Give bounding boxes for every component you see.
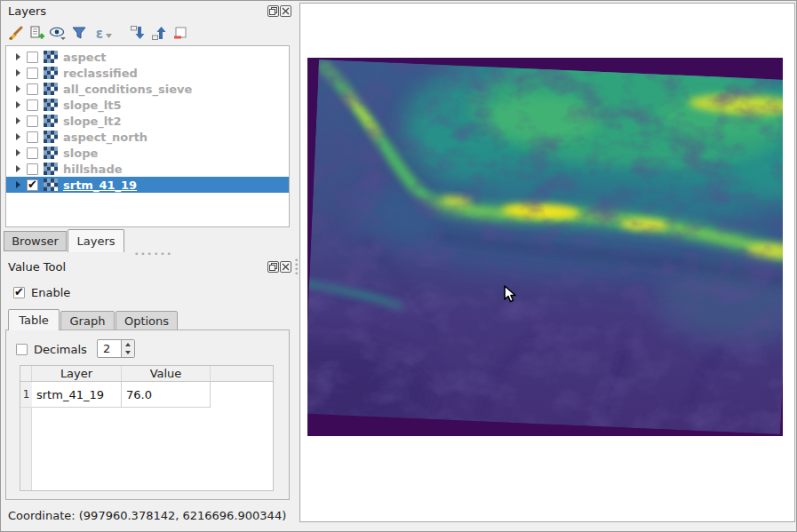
value-tool-close-button[interactable] (280, 261, 291, 273)
enable-label: Enable (31, 286, 70, 299)
layer-visibility-checkbox[interactable] (27, 147, 38, 159)
layer-visibility-checkbox[interactable] (27, 52, 38, 63)
layer-row[interactable]: aspect_north (6, 129, 289, 145)
tab-options[interactable]: Options (116, 311, 178, 330)
collapse-all-button[interactable] (148, 24, 170, 44)
expand-all-icon (130, 25, 146, 44)
layer-row[interactable]: slope_lt2 (6, 113, 289, 129)
expander-icon[interactable] (12, 117, 24, 124)
layer-name-label: srtm_41_19 (63, 179, 137, 192)
decimals-spinbox[interactable]: 2 (97, 339, 135, 358)
dem-data-quad (307, 60, 783, 434)
layer-visibility-checkbox[interactable] (27, 115, 38, 127)
decimals-checkbox[interactable] (16, 344, 28, 355)
tab-graph-label: Graph (70, 314, 106, 328)
remove-layer-icon (172, 25, 188, 44)
layer-visibility-checkbox[interactable] (27, 83, 38, 95)
chevron-down-icon (106, 28, 112, 41)
mouse-cursor-icon (503, 285, 519, 307)
tab-browser[interactable]: Browser (4, 231, 67, 251)
expander-icon[interactable] (12, 149, 24, 156)
layer-name-label: hillshade (63, 163, 123, 176)
value-tool-side-handle[interactable]: •••• (294, 258, 298, 276)
layer-visibility-checkbox[interactable] (27, 179, 38, 191)
arrow-down-icon (125, 351, 131, 354)
layer-visibility-checkbox[interactable] (27, 67, 38, 79)
float-icon (269, 7, 277, 15)
spin-down-button[interactable] (122, 349, 134, 358)
tab-layers-label: Layers (76, 234, 115, 248)
value-tool-float-button[interactable] (267, 261, 279, 273)
expander-icon[interactable] (12, 101, 24, 108)
decimals-checkbox-row[interactable]: Decimals (16, 343, 87, 356)
cell-layer[interactable]: srtm_41_19 (32, 382, 122, 408)
expander-icon[interactable] (12, 181, 24, 188)
expander-icon[interactable] (12, 53, 24, 60)
map-canvas[interactable] (299, 3, 795, 522)
filter-legend-button[interactable] (68, 24, 90, 44)
tab-browser-label: Browser (12, 234, 59, 248)
raster-layer-icon (44, 163, 58, 175)
tab-table[interactable]: Table (8, 309, 60, 330)
decimals-value: 2 (98, 340, 121, 357)
layer-row[interactable]: srtm_41_19 (6, 177, 289, 193)
layer-row[interactable]: reclassified (6, 65, 289, 81)
layer-row[interactable]: all_conditions_sieve (6, 81, 289, 97)
layer-row[interactable]: hillshade (6, 161, 289, 177)
value-tool-title: Value Tool (8, 260, 66, 274)
open-layer-styling-button[interactable] (4, 24, 26, 44)
coordinate-status: Coordinate: (997960.378142, 6216696.9003… (8, 509, 286, 522)
row-number: 1 (20, 382, 32, 408)
close-icon (282, 263, 290, 271)
layer-name-label: slope_lt5 (63, 99, 121, 112)
layers-panel-float-button[interactable] (267, 5, 279, 17)
layer-row[interactable]: aspect (6, 49, 289, 65)
filter-by-expression-button[interactable]: ε (90, 24, 118, 44)
arrow-up-icon (125, 343, 131, 346)
cell-value[interactable]: 76.0 (122, 382, 211, 408)
layer-name-label: slope_lt2 (63, 115, 121, 128)
layer-name-label: reclassified (63, 67, 138, 80)
add-group-icon (28, 25, 44, 44)
expander-icon[interactable] (12, 133, 24, 140)
tab-layers[interactable]: Layers (68, 229, 124, 252)
layer-visibility-checkbox[interactable] (27, 163, 38, 175)
expander-icon[interactable] (12, 165, 24, 172)
layers-toolbar: ε (4, 23, 289, 44)
raster-layer-icon (44, 131, 58, 143)
column-header-value[interactable]: Value (122, 366, 211, 381)
decimals-label: Decimals (34, 343, 87, 356)
enable-checkbox-row[interactable]: Enable (13, 286, 70, 299)
column-header-layer[interactable]: Layer (32, 366, 122, 381)
layer-name-label: aspect_north (63, 131, 147, 144)
value-table-header-row: Layer Value (20, 366, 273, 382)
layer-row[interactable]: slope_lt5 (6, 97, 289, 113)
tab-options-label: Options (124, 314, 169, 328)
epsilon-icon: ε (96, 26, 103, 42)
raster-layer-icon (44, 147, 58, 159)
tab-graph[interactable]: Graph (60, 311, 115, 330)
layers-panel-close-button[interactable] (280, 5, 291, 17)
funnel-icon (71, 25, 87, 44)
enable-checkbox[interactable] (13, 287, 25, 298)
layer-name-label: all_conditions_sieve (63, 83, 192, 96)
left-dock: Layers (1, 1, 299, 532)
remove-layer-button[interactable] (170, 24, 191, 44)
layer-visibility-checkbox[interactable] (27, 99, 38, 111)
layer-row[interactable]: slope (6, 145, 289, 161)
paintbrush-icon (7, 25, 23, 44)
spin-up-button[interactable] (122, 340, 134, 349)
raster-layer-icon (44, 83, 58, 95)
manage-map-themes-button[interactable] (47, 24, 68, 44)
raster-layer-icon (44, 99, 58, 111)
expander-icon[interactable] (12, 69, 24, 76)
layer-visibility-checkbox[interactable] (27, 131, 38, 143)
expander-icon[interactable] (12, 85, 24, 92)
spinbox-buttons (121, 340, 134, 357)
expand-all-button[interactable] (127, 24, 148, 44)
dock-splitter-handle[interactable]: •••••• (134, 250, 173, 258)
table-row[interactable]: 1 srtm_41_19 76.0 (20, 382, 211, 408)
add-group-button[interactable] (26, 24, 47, 44)
corner-header (20, 366, 32, 381)
close-icon (282, 7, 290, 15)
